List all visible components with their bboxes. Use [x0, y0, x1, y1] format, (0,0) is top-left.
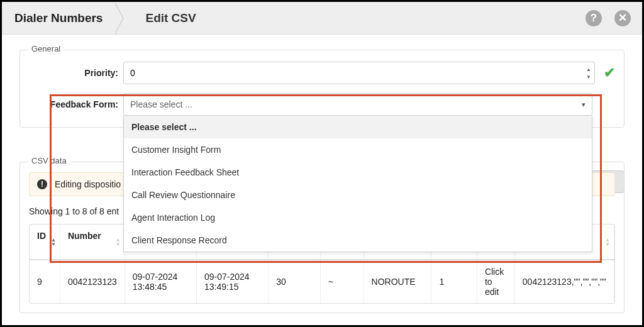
feedback-option-5[interactable]: Client Response Record	[124, 229, 592, 252]
feedback-selected-text: Please select ...	[130, 99, 192, 109]
feedback-dropdown: Please select ... Customer Insight Form …	[123, 116, 592, 252]
priority-input[interactable]	[123, 62, 595, 84]
general-legend: General	[28, 44, 64, 53]
feedback-option-1[interactable]: Customer Insight Form	[124, 138, 592, 161]
col-number[interactable]: Number▲▼	[60, 224, 125, 260]
close-icon[interactable]: ✕	[614, 10, 631, 26]
sort-down-icon: ▼	[51, 242, 56, 247]
table-row: 9 0042123123 09-07-2024 13:48:45 09-07-2…	[30, 260, 614, 303]
help-icon[interactable]: ?	[586, 10, 602, 26]
cell-retry-after: ~	[320, 260, 364, 303]
header: Dialer Numbers Edit CSV ? ✕	[2, 2, 642, 35]
col-id[interactable]: ID▲▼	[30, 224, 60, 260]
cell-status: NOROUTE	[364, 260, 431, 303]
cell-csv: 0042123123,"","","",""	[514, 260, 614, 303]
priority-step-down[interactable]: ▼	[584, 73, 594, 80]
feedback-select[interactable]: Please select ...	[123, 93, 592, 116]
cell-dialed: 09-07-2024 13:48:45	[125, 260, 196, 303]
feedback-select-wrap: Please select ... Please select ... Cust…	[123, 93, 592, 116]
cell-disp[interactable]: Click to edit	[477, 260, 514, 303]
csv-legend: CSV data	[28, 156, 70, 165]
cell-id: 9	[30, 260, 60, 303]
breadcrumb-current: Edit CSV	[114, 11, 196, 25]
cell-retries: 1	[431, 260, 477, 303]
csv-warning-text: Editing dispositio	[55, 179, 121, 189]
warning-icon: !	[37, 179, 47, 189]
feedback-label: Feedback Form:	[29, 99, 123, 109]
feedback-option-3[interactable]: Call Review Questionnaire	[124, 184, 592, 206]
cell-number: 0042123123	[60, 260, 125, 303]
feedback-option-2[interactable]: Interaction Feedback Sheet	[124, 161, 592, 184]
feedback-option-4[interactable]: Agent Interaction Log	[124, 206, 592, 229]
cell-duration: 30	[269, 260, 321, 303]
breadcrumb-root[interactable]: Dialer Numbers	[2, 2, 114, 34]
feedback-option-placeholder[interactable]: Please select ...	[124, 116, 592, 138]
check-icon: ✔	[604, 65, 615, 81]
priority-step-up[interactable]: ▲	[584, 65, 594, 73]
general-fieldset: General Priority: ▲ ▼ ✔ Feedback Form: P…	[19, 50, 625, 128]
cell-ended: 09-07-2024 13:49:15	[197, 260, 269, 303]
priority-label: Priority:	[29, 68, 123, 78]
